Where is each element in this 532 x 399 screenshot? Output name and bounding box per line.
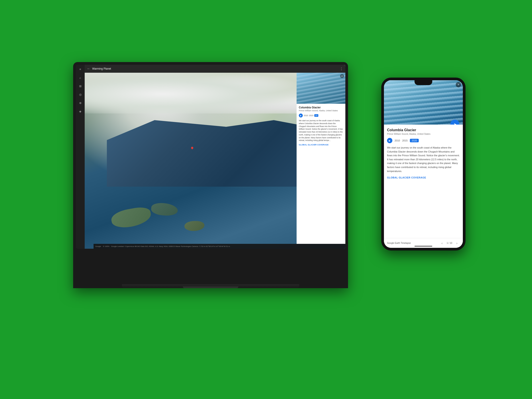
phone-body: × ➤ Columbia Glacier Prince William Soun… (381, 78, 466, 250)
laptop-device: ≡ ⌕ ⊞ ◎ ⊕ ◈ ← Warming Planet ⋮ (66, 55, 355, 288)
phone-device: × ➤ Columbia Glacier Prince William Soun… (381, 78, 466, 250)
phone-year-2010[interactable]: 2010 (395, 139, 400, 142)
layers-icon[interactable]: ⊞ (78, 84, 82, 88)
pin-icon[interactable]: ⊕ (78, 101, 82, 105)
laptop-panel-content: Columbia Glacier Prince William Sound, A… (297, 104, 345, 148)
search-icon[interactable]: ⌕ (78, 75, 82, 80)
laptop-screen: ≡ ⌕ ⊞ ◎ ⊕ ◈ ← Warming Planet ⋮ (76, 65, 345, 249)
laptop-info-panel: × Columbia Glacier Prince William Sound,… (297, 73, 345, 244)
phone-glacier-subtitle: Prince William Sound, Alaska, United Sta… (387, 133, 460, 135)
phone-play-button[interactable]: ▶ (387, 138, 392, 143)
phone-close-button[interactable]: × (456, 82, 461, 87)
panel-close-button[interactable]: × (340, 74, 344, 78)
phone-pagination: ‹ 1 / 10 › (439, 240, 460, 246)
glacier-coverage-link[interactable]: GLOBAL GLACIER COVERAGE (299, 144, 343, 146)
panel-subtitle: Prince William Sound, Alaska, United Sta… (299, 109, 343, 112)
camera-icon[interactable]: ◎ (78, 92, 82, 97)
phone-top-image: × ➤ (384, 80, 463, 125)
phone-glacier-link[interactable]: GLOBAL GLACIER COVERAGE (387, 176, 460, 179)
next-page-button[interactable]: › (454, 240, 460, 246)
phone-content: Columbia Glacier Prince William Sound, A… (384, 125, 463, 183)
map-pin[interactable] (191, 147, 193, 150)
laptop-bottombar: Google ⊙ 100% Google Landsat / Copernicu… (94, 244, 345, 249)
attribution: Google Landsat / Copernicus IBCAO Data S… (111, 245, 230, 247)
google-logo: Google (95, 245, 101, 247)
phone-screen: × ➤ Columbia Glacier Prince William Soun… (384, 80, 463, 248)
year-selector: ▶ 2010 2015 20 (299, 114, 343, 117)
year-2020[interactable]: 20 (314, 114, 318, 117)
year-2010[interactable]: 2010 (304, 114, 308, 117)
laptop-title: Warming Planet (92, 67, 111, 70)
laptop-sidebar: ≡ ⌕ ⊞ ◎ ⊕ ◈ (76, 65, 85, 249)
more-button[interactable]: ⋮ (340, 67, 343, 71)
phone-home-indicator (415, 246, 432, 247)
phone-glacier-image (384, 80, 463, 125)
glacier-image (297, 73, 345, 104)
zoom-level: ⊙ 100% (103, 245, 109, 247)
phone-notch (415, 80, 432, 85)
phone-year-2020[interactable]: 2020 (410, 139, 419, 142)
year-play-button[interactable]: ▶ (299, 114, 303, 117)
phone-footer-label: Google Earth Timelapse (387, 242, 439, 244)
page-indicator: 1 / 10 (447, 242, 452, 244)
laptop-topbar: ← Warming Planet ⋮ (85, 65, 345, 73)
share-icon: ➤ (454, 122, 456, 125)
laptop-body: ≡ ⌕ ⊞ ◎ ⊕ ◈ ← Warming Planet ⋮ (73, 62, 348, 288)
phone-glacier-title: Columbia Glacier (387, 128, 460, 132)
laptop-map[interactable]: Google ⊙ 100% Google Landsat / Copernicu… (85, 65, 345, 249)
globe-icon[interactable]: ◈ (78, 109, 82, 114)
phone-year-2015[interactable]: 2015 (402, 139, 407, 142)
scene: ≡ ⌕ ⊞ ◎ ⊕ ◈ ← Warming Planet ⋮ (66, 55, 466, 344)
phone-body-text: We start our journey on the south coast … (387, 146, 460, 173)
panel-title: Columbia Glacier (299, 106, 343, 109)
panel-body-text: We start our journey on the south coast … (299, 119, 343, 142)
prev-page-button[interactable]: ‹ (439, 240, 445, 246)
laptop-panel-image: × (297, 73, 345, 104)
year-2015[interactable]: 2015 (309, 114, 313, 117)
menu-icon[interactable]: ≡ (78, 67, 82, 71)
laptop-stand (122, 284, 299, 288)
phone-year-selector: ▶ 2010 2015 2020 (387, 138, 460, 143)
back-button[interactable]: ← (87, 67, 90, 71)
